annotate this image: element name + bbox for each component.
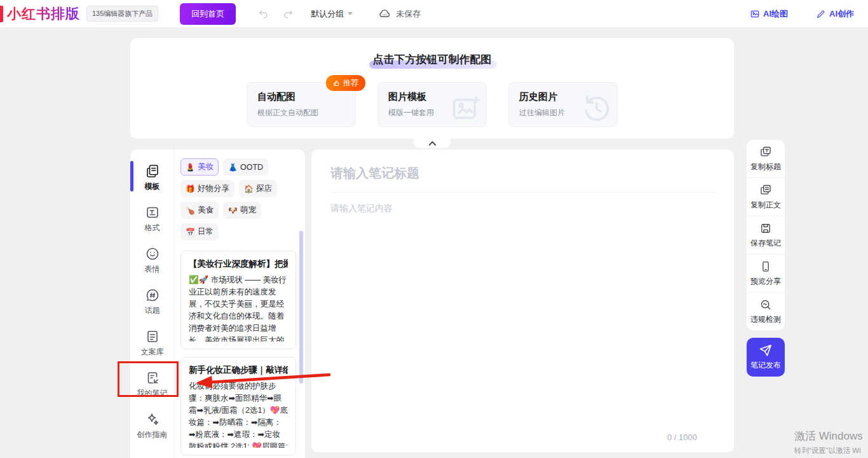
action-copy-title[interactable]: 复制标题 — [747, 140, 785, 178]
ai-draw-icon — [750, 9, 760, 19]
note-content-input[interactable]: 请输入笔记内容 — [330, 203, 715, 214]
action-group: 复制标题 复制正文 保存笔记 — [747, 140, 785, 330]
picture-plus-icon — [449, 92, 482, 125]
sidebar-item-label: 文案库 — [141, 347, 164, 357]
category-label: 日常 — [198, 226, 214, 237]
template-card-title: 新手化妆正确步骤｜敲详细✨... — [189, 364, 288, 376]
save-icon — [759, 222, 772, 235]
history-image-card[interactable]: 历史图片 过往编辑图片 — [508, 82, 618, 127]
auto-image-card[interactable]: 推荐 自动配图 根据正文自动配图 — [247, 82, 356, 127]
ai-draw-label: AI绘图 — [763, 8, 788, 20]
category-beauty[interactable]: 💄 美妆 — [180, 158, 219, 176]
template-card[interactable]: 新手化妆正确步骤｜敲详细✨... 化妆前必须要做的护肤步骤：爽肤水➡面部精华➡眼… — [180, 357, 296, 455]
sidebar-nav: 模板 格式 表情 — [130, 149, 175, 458]
dog-icon: 🐶 — [228, 206, 238, 215]
dress-icon: 👗 — [228, 163, 238, 172]
save-status-label: 未保存 — [396, 8, 421, 20]
category-goods[interactable]: 🎁 好物分享 — [180, 180, 234, 197]
paper-plane-icon — [759, 344, 773, 357]
list-scrollbar-thumb[interactable] — [299, 231, 303, 384]
history-clock-icon — [580, 92, 613, 125]
note-title-input[interactable]: 请输入笔记标题 — [330, 165, 715, 182]
sidebar-item-label: 表情 — [145, 264, 160, 275]
document-icon — [145, 329, 160, 344]
sidebar-item-guide[interactable]: 创作指南 — [130, 408, 174, 449]
top-toolbar: 小红书排版 135编辑器旗下产品 回到首页 默认分组 未保存 — [0, 0, 868, 28]
back-home-button[interactable]: 回到首页 — [180, 3, 236, 25]
action-label: 违规检测 — [750, 314, 781, 325]
note-pencil-icon — [145, 370, 160, 385]
chevron-up-icon — [428, 141, 437, 146]
format-icon — [145, 205, 160, 220]
action-preview-share[interactable]: 预览分享 — [747, 254, 785, 293]
brand-red-bar — [0, 6, 3, 22]
sparkle-icon — [145, 412, 160, 427]
auto-image-subtitle: 根据正文自动配图 — [257, 108, 345, 118]
magnifier-check-icon — [759, 298, 772, 311]
lipstick-icon: 💄 — [186, 163, 195, 172]
category-pet[interactable]: 🐶 萌宠 — [223, 202, 261, 219]
sidebar-item-format[interactable]: 格式 — [130, 201, 174, 242]
redo-icon[interactable] — [282, 8, 294, 20]
action-violation-check[interactable]: 违规检测 — [747, 293, 785, 330]
action-label: 复制标题 — [750, 162, 781, 172]
phone-icon — [759, 260, 772, 273]
watermark-line1: 激活 Windows — [794, 429, 868, 443]
image-template-card[interactable]: 图片模板 模版一键套用 — [377, 82, 487, 127]
sidebar-item-my-notes[interactable]: 我的笔记 — [130, 366, 174, 408]
logo-badge: 135编辑器旗下产品 — [86, 6, 158, 22]
ai-create-label: AI创作 — [829, 8, 854, 20]
group-selector-label: 默认分组 — [311, 8, 344, 20]
category-store[interactable]: 🏠 探店 — [239, 180, 277, 197]
category-daily[interactable]: 📅 日常 — [180, 223, 219, 240]
sidebar-item-topic[interactable]: 话题 — [130, 284, 174, 325]
sidebar-item-template[interactable]: 模板 — [130, 160, 174, 201]
template-icon — [145, 163, 160, 179]
image-maker-panel: 点击下方按钮可制作配图 推荐 自动配图 根据正文自动配图 图片模板 模版一键套用 — [130, 38, 734, 139]
banner-title: 点击下方按钮可制作配图 — [373, 52, 492, 67]
action-save-note[interactable]: 保存笔记 — [747, 216, 785, 254]
cloud-sync-icon — [378, 7, 391, 20]
category-label: 美食 — [198, 205, 214, 216]
left-panel: 模板 格式 表情 — [130, 149, 305, 458]
watermark-line2: 转到“设置”以激活 Wi — [794, 446, 868, 455]
app-logo: 小红书排版 — [7, 4, 80, 24]
template-card[interactable]: 【美妆行业深度解析】把握美... ✅🚀 市场现状 —— 美妆行业正以前所未有的速… — [180, 251, 296, 349]
template-card-title: 【美妆行业深度解析】把握美... — [189, 258, 288, 270]
category-label: 萌宠 — [240, 205, 256, 216]
template-list-panel: 💄 美妆 👗 OOTD 🎁 好物分享 🏠 探店 🍗 美食 🐶 萌宠 — [175, 149, 305, 458]
category-label: 美妆 — [198, 162, 214, 172]
action-label: 预览分享 — [750, 276, 781, 287]
template-card-body: ✅🚀 市场现状 —— 美妆行业正以前所未有的速度发展，不仅关乎美丽，更是经济和文… — [189, 274, 288, 342]
ai-draw-link[interactable]: AI绘图 — [750, 8, 788, 20]
calendar-icon: 📅 — [186, 228, 195, 237]
category-food[interactable]: 🍗 美食 — [180, 202, 219, 219]
windows-activation-watermark: 激活 Windows 转到“设置”以激活 Wi — [794, 429, 868, 455]
category-tags: 💄 美妆 👗 OOTD 🎁 好物分享 🏠 探店 🍗 美食 🐶 萌宠 — [180, 158, 296, 240]
copy-title-icon — [759, 146, 772, 158]
sidebar-item-emoji[interactable]: 表情 — [130, 242, 174, 284]
category-label: 好物分享 — [198, 183, 229, 194]
publish-label: 笔记发布 — [750, 360, 781, 371]
editor-divider — [330, 192, 715, 193]
collapse-panel-tab[interactable] — [414, 139, 451, 148]
undo-icon[interactable] — [257, 8, 269, 20]
copy-body-icon — [759, 184, 772, 197]
char-counter: 0 / 1000 — [667, 433, 697, 442]
house-icon: 🏠 — [244, 184, 254, 193]
chevron-down-icon — [348, 12, 353, 15]
ai-create-link[interactable]: AI创作 — [816, 8, 854, 20]
category-ootd[interactable]: 👗 OOTD — [223, 158, 268, 176]
sidebar-item-label: 模板 — [145, 181, 160, 192]
save-status: 未保存 — [378, 7, 421, 20]
publish-button[interactable]: 笔记发布 — [747, 338, 785, 377]
action-copy-body[interactable]: 复制正文 — [747, 178, 785, 216]
recommend-badge-label: 推荐 — [343, 78, 358, 88]
food-icon: 🍗 — [186, 206, 195, 215]
template-cards: 【美妆行业深度解析】把握美... ✅🚀 市场现状 —— 美妆行业正以前所未有的速… — [180, 251, 296, 458]
sidebar-item-library[interactable]: 文案库 — [130, 325, 174, 366]
group-selector[interactable]: 默认分组 — [311, 8, 353, 20]
category-label: 探店 — [256, 183, 272, 194]
note-editor: 请输入笔记标题 请输入笔记内容 0 / 1000 — [311, 149, 734, 452]
sidebar-item-label: 创作指南 — [137, 429, 168, 440]
